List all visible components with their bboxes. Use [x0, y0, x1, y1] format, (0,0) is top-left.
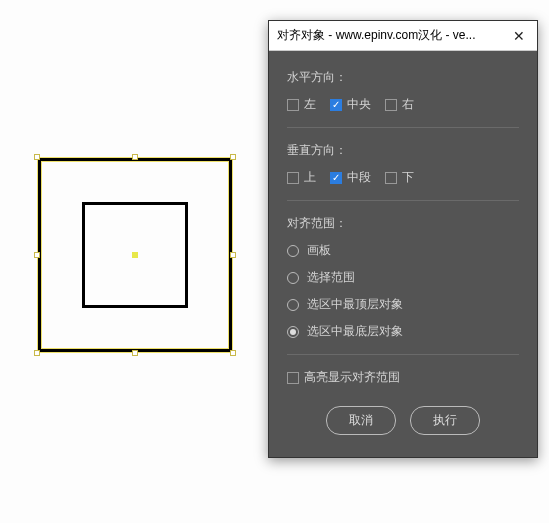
- h-center-label: 中央: [347, 96, 371, 113]
- dialog-body: 水平方向： 左 ✓ 中央 右 垂直方向： 上 ✓ 中段: [269, 51, 537, 457]
- horizontal-label: 水平方向：: [287, 69, 519, 86]
- handle-mid-right[interactable]: [230, 252, 236, 258]
- radio-icon: [287, 299, 299, 311]
- dialog-title: 对齐对象 - www.epinv.com汉化 - ve...: [277, 27, 509, 44]
- v-top-option[interactable]: 上: [287, 169, 316, 186]
- h-center-option[interactable]: ✓ 中央: [330, 96, 371, 113]
- handle-mid-left[interactable]: [34, 252, 40, 258]
- scope-bottommost-label: 选区中最底层对象: [307, 323, 403, 340]
- checkbox-icon: [287, 99, 299, 111]
- scope-options: 画板 选择范围 选区中最顶层对象 选区中最底层对象: [287, 242, 519, 340]
- handle-bot-right[interactable]: [230, 350, 236, 356]
- highlight-label: 高亮显示对齐范围: [304, 369, 400, 386]
- h-left-label: 左: [304, 96, 316, 113]
- divider: [287, 354, 519, 355]
- checkbox-icon: ✓: [330, 99, 342, 111]
- v-top-label: 上: [304, 169, 316, 186]
- divider: [287, 127, 519, 128]
- highlight-option[interactable]: 高亮显示对齐范围: [287, 369, 519, 386]
- scope-selection[interactable]: 选择范围: [287, 269, 519, 286]
- vertical-options: 上 ✓ 中段 下: [287, 169, 519, 186]
- h-right-label: 右: [402, 96, 414, 113]
- scope-label: 对齐范围：: [287, 215, 519, 232]
- cancel-button[interactable]: 取消: [326, 406, 396, 435]
- divider: [287, 200, 519, 201]
- h-right-option[interactable]: 右: [385, 96, 414, 113]
- radio-icon: [287, 245, 299, 257]
- center-marker: [132, 252, 138, 258]
- handle-bot-left[interactable]: [34, 350, 40, 356]
- scope-artboard-label: 画板: [307, 242, 331, 259]
- radio-icon: [287, 272, 299, 284]
- v-middle-option[interactable]: ✓ 中段: [330, 169, 371, 186]
- horizontal-options: 左 ✓ 中央 右: [287, 96, 519, 113]
- checkbox-icon: ✓: [330, 172, 342, 184]
- checkbox-icon: [385, 172, 397, 184]
- button-row: 取消 执行: [287, 406, 519, 435]
- v-middle-label: 中段: [347, 169, 371, 186]
- handle-top-right[interactable]: [230, 154, 236, 160]
- scope-selection-label: 选择范围: [307, 269, 355, 286]
- handle-bot-mid[interactable]: [132, 350, 138, 356]
- radio-icon: [287, 326, 299, 338]
- scope-artboard[interactable]: 画板: [287, 242, 519, 259]
- titlebar[interactable]: 对齐对象 - www.epinv.com汉化 - ve... ✕: [269, 21, 537, 51]
- canvas-preview: [20, 140, 250, 370]
- h-left-option[interactable]: 左: [287, 96, 316, 113]
- close-icon[interactable]: ✕: [509, 26, 529, 46]
- vertical-label: 垂直方向：: [287, 142, 519, 159]
- checkbox-icon: [385, 99, 397, 111]
- v-bottom-option[interactable]: 下: [385, 169, 414, 186]
- handle-top-left[interactable]: [34, 154, 40, 160]
- cancel-label: 取消: [349, 413, 373, 427]
- scope-topmost-label: 选区中最顶层对象: [307, 296, 403, 313]
- execute-button[interactable]: 执行: [410, 406, 480, 435]
- execute-label: 执行: [433, 413, 457, 427]
- scope-bottommost[interactable]: 选区中最底层对象: [287, 323, 519, 340]
- checkbox-icon: [287, 372, 299, 384]
- handle-top-mid[interactable]: [132, 154, 138, 160]
- v-bottom-label: 下: [402, 169, 414, 186]
- align-dialog: 对齐对象 - www.epinv.com汉化 - ve... ✕ 水平方向： 左…: [268, 20, 538, 458]
- scope-topmost[interactable]: 选区中最顶层对象: [287, 296, 519, 313]
- checkbox-icon: [287, 172, 299, 184]
